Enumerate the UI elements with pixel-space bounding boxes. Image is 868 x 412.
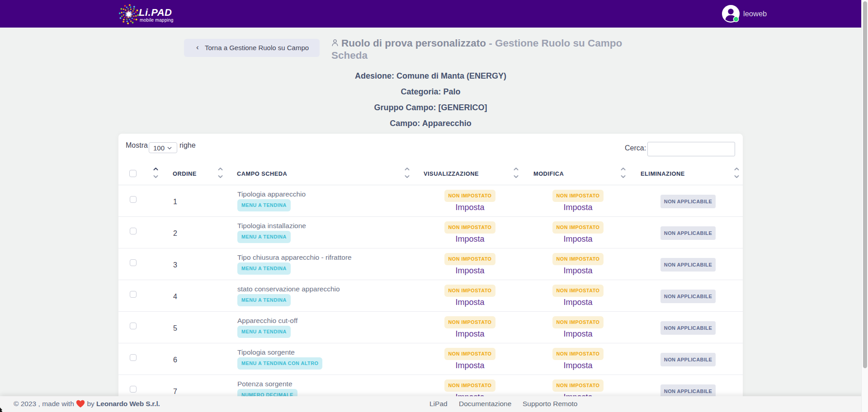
svg-text:Li.PAD: Li.PAD xyxy=(139,7,172,18)
svg-text:mobile mapping: mobile mapping xyxy=(140,18,174,23)
